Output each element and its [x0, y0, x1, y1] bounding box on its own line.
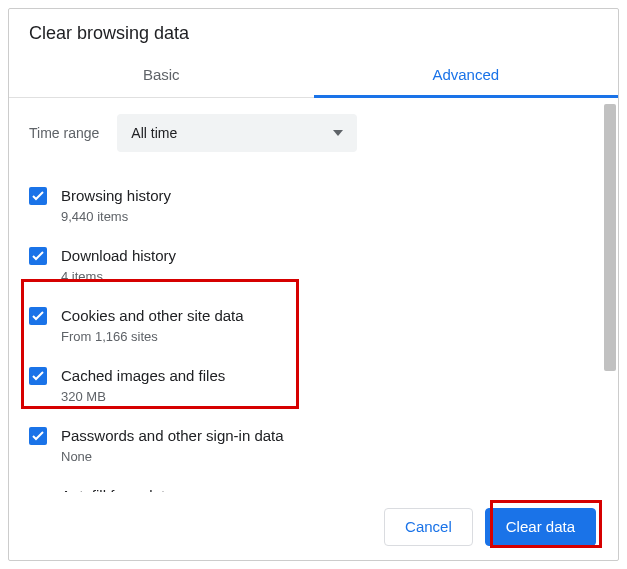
chevron-down-icon	[333, 130, 343, 136]
scroll-area: Time range All time Browsi	[9, 98, 600, 492]
item-title: Autofill form data	[61, 486, 580, 492]
items-list: Browsing history 9,440 items Download hi…	[29, 176, 590, 492]
checkbox-cached[interactable]	[29, 367, 47, 385]
item-sub: 9,440 items	[61, 208, 580, 226]
dialog-content: Time range All time Browsi	[9, 98, 618, 492]
scrollbar-thumb[interactable]	[604, 104, 616, 371]
tab-advanced[interactable]: Advanced	[314, 54, 619, 97]
clear-data-button[interactable]: Clear data	[485, 508, 596, 546]
item-cached: Cached images and files 320 MB	[29, 356, 590, 416]
tab-label: Advanced	[432, 66, 499, 83]
clear-browsing-data-dialog: Clear browsing data Basic Advanced Time …	[8, 8, 619, 561]
time-range-row: Time range All time	[29, 114, 590, 152]
item-sub: From 1,166 sites	[61, 328, 580, 346]
time-range-select[interactable]: All time	[117, 114, 357, 152]
scrollbar-track[interactable]	[604, 104, 616, 486]
time-range-label: Time range	[29, 125, 99, 141]
item-download-history: Download history 4 items	[29, 236, 590, 296]
time-range-value: All time	[131, 125, 177, 141]
checkbox-download-history[interactable]	[29, 247, 47, 265]
tabs: Basic Advanced	[9, 54, 618, 98]
checkbox-browsing-history[interactable]	[29, 187, 47, 205]
checkbox-passwords[interactable]	[29, 427, 47, 445]
item-sub: 4 items	[61, 268, 580, 286]
item-passwords: Passwords and other sign-in data None	[29, 416, 590, 476]
tab-label: Basic	[143, 66, 180, 83]
item-cookies: Cookies and other site data From 1,166 s…	[29, 296, 590, 356]
dialog-footer: Cancel Clear data	[9, 492, 618, 560]
item-title: Browsing history	[61, 186, 580, 206]
checkbox-cookies[interactable]	[29, 307, 47, 325]
item-title: Cached images and files	[61, 366, 580, 386]
dialog-title: Clear browsing data	[9, 9, 618, 54]
button-label: Cancel	[405, 518, 452, 535]
tab-basic[interactable]: Basic	[9, 54, 314, 97]
item-browsing-history: Browsing history 9,440 items	[29, 176, 590, 236]
cancel-button[interactable]: Cancel	[384, 508, 473, 546]
button-label: Clear data	[506, 518, 575, 535]
item-sub: None	[61, 448, 580, 466]
item-sub: 320 MB	[61, 388, 580, 406]
item-title: Download history	[61, 246, 580, 266]
item-title: Cookies and other site data	[61, 306, 580, 326]
item-title: Passwords and other sign-in data	[61, 426, 580, 446]
item-autofill: Autofill form data	[29, 476, 590, 492]
